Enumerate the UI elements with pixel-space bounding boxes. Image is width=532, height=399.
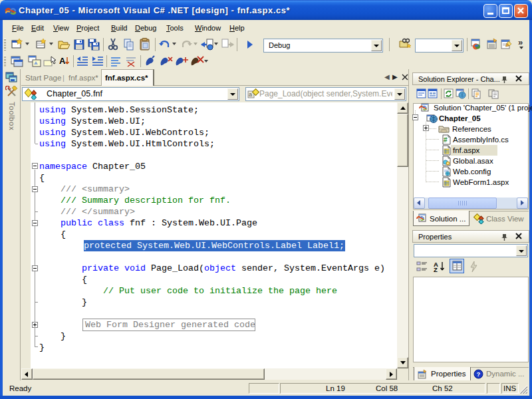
svg-text:Z: Z	[434, 266, 438, 273]
svg-text:a: a	[249, 91, 252, 98]
svg-text:#: #	[444, 136, 448, 144]
svg-text:A: A	[59, 56, 66, 66]
svg-text:?: ?	[477, 370, 481, 378]
